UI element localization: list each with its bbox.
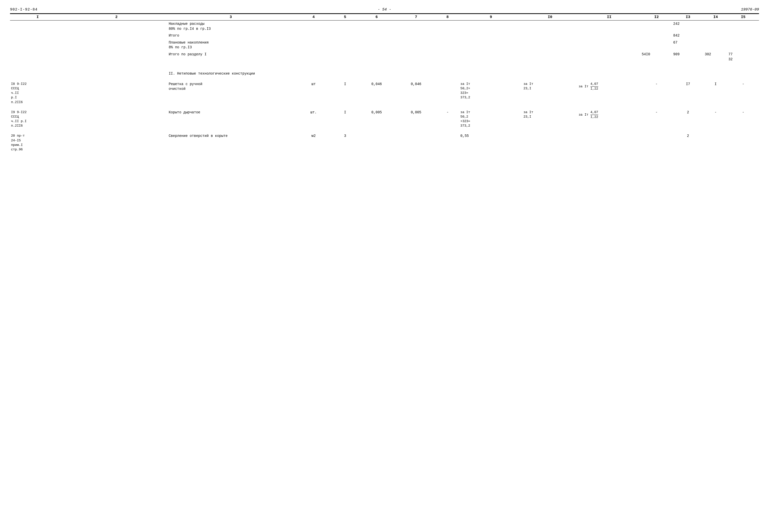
cell-col9-20: 0,55 — [460, 133, 523, 153]
col-header-3: 3 — [168, 14, 294, 21]
cell-col7-19: 0,005 — [397, 109, 436, 129]
cell-description: Плановые накопления8% по гр.I3 — [168, 39, 294, 51]
cell-unit-18: шт — [294, 81, 333, 106]
column-header-row: I 2 3 4 5 6 7 8 9 I0 II I2 I3 I4 I5 — [10, 14, 759, 21]
cell-col14-18: I — [704, 81, 727, 106]
cell-col13-20: 2 — [672, 133, 704, 153]
cell-ref-19: I9 9-I22 СССЦ ч.II р.I п.2II6 — [10, 109, 65, 129]
cell-ref-20: 20 пр-т 24-I5 прим.I стр.96 — [10, 133, 65, 153]
cell-col10-19: за Iт23,I — [522, 109, 578, 129]
doc-number: 902-I-92-84 — [10, 8, 38, 12]
col-header-8: 8 — [436, 14, 459, 21]
cell-col9-19: за Iт50,2+323=373,2 — [460, 109, 523, 129]
table-row-20: 20 пр-т 24-I5 прим.I стр.96 Сверление от… — [10, 133, 759, 153]
cell-col15-19: - — [727, 109, 759, 129]
cell-ref-18: I8 9-I22 СССЦ ч.II р.I п.2II6 — [10, 81, 65, 106]
cell-value-12: 54I0 — [641, 51, 672, 63]
cell-col8-19: - — [436, 109, 459, 129]
cell-col12-19: - — [641, 109, 672, 129]
cell-col15-18: - — [727, 81, 759, 106]
col-header-13: I3 — [672, 14, 704, 21]
spacer-row — [10, 77, 759, 81]
col-header-14: I4 — [704, 14, 727, 21]
section-header-row: II. Нетиповые технологические конструкци… — [10, 67, 759, 77]
cell-col11-18: за Iт 4,07I,22 — [578, 81, 641, 106]
doc-year: 19976-09 — [741, 8, 759, 12]
cell-col13-19: 2 — [672, 109, 704, 129]
col-header-7: 7 — [397, 14, 436, 21]
cell-description-20: Сверление отверстий в корыте — [168, 133, 294, 153]
cell-value-15: 7732 — [727, 51, 759, 63]
cell-col6-19: 0,005 — [357, 109, 396, 129]
spacer-row — [10, 63, 759, 67]
cell-col12-18: - — [641, 81, 672, 106]
cell-value-14: 302 — [704, 51, 727, 63]
cell-value-13: 67 — [672, 39, 704, 51]
table-row: Плановые накопления8% по гр.I3 67 — [10, 39, 759, 51]
table-row-total: Итого по разделу I 54I0 909 302 7732 — [10, 51, 759, 63]
col-header-9: 9 — [460, 14, 523, 21]
cell-unit-20: м2 — [294, 133, 333, 153]
table-row-19: I9 9-I22 СССЦ ч.II р.I п.2II6 Корыто дыр… — [10, 109, 759, 129]
cell-description-total: Итого по разделу I — [168, 51, 294, 63]
cell-col6-18: 0,046 — [357, 81, 396, 106]
cell-description-18: Решетка с ручнойочисткой — [168, 81, 294, 106]
col-header-10: I0 — [522, 14, 578, 21]
col-header-4: 4 — [294, 14, 333, 21]
section-header-text: II. Нетиповые технологические конструкци… — [168, 67, 759, 77]
cell-col14-19: - — [704, 109, 727, 129]
cell-description: Накладные расходы80% по гр.I4 в гр.I3 — [168, 21, 294, 33]
spacer-row — [10, 106, 759, 109]
col-header-15: I5 — [727, 14, 759, 21]
cell-value-13: 909 — [672, 51, 704, 63]
cell-unit-19: шт. — [294, 109, 333, 129]
col-header-12: I2 — [641, 14, 672, 21]
col-header-6: 6 — [357, 14, 396, 21]
page-number: - 54 - — [377, 8, 391, 12]
cell-col10-18: за Iт23,I — [522, 81, 578, 106]
cell-col13-18: I7 — [672, 81, 704, 106]
cell-col11-19: за Iт 4,07I,22 — [578, 109, 641, 129]
cell-value-13: 842 — [672, 32, 704, 39]
cell-col5-18: I — [333, 81, 357, 106]
col-header-1: I — [10, 14, 65, 21]
table-row: Итого 842 — [10, 32, 759, 39]
spacer-row — [10, 129, 759, 133]
cell-col9-18: за Iт50,2+323=373,2 — [460, 81, 523, 106]
col-header-5: 5 — [333, 14, 357, 21]
col-header-2: 2 — [65, 14, 167, 21]
cell-col5-20: 3 — [333, 133, 357, 153]
cell-col5-19: I — [333, 109, 357, 129]
cell-col7-18: 0,046 — [397, 81, 436, 106]
cell-description-19: Корыто дырчатое — [168, 109, 294, 129]
table-row: Накладные расходы80% по гр.I4 в гр.I3 24… — [10, 21, 759, 33]
cell-description: Итого — [168, 32, 294, 39]
cell-value-13: 242 — [672, 21, 704, 33]
table-row-18: I8 9-I22 СССЦ ч.II р.I п.2II6 Решетка с … — [10, 81, 759, 106]
col-header-11: II — [578, 14, 641, 21]
